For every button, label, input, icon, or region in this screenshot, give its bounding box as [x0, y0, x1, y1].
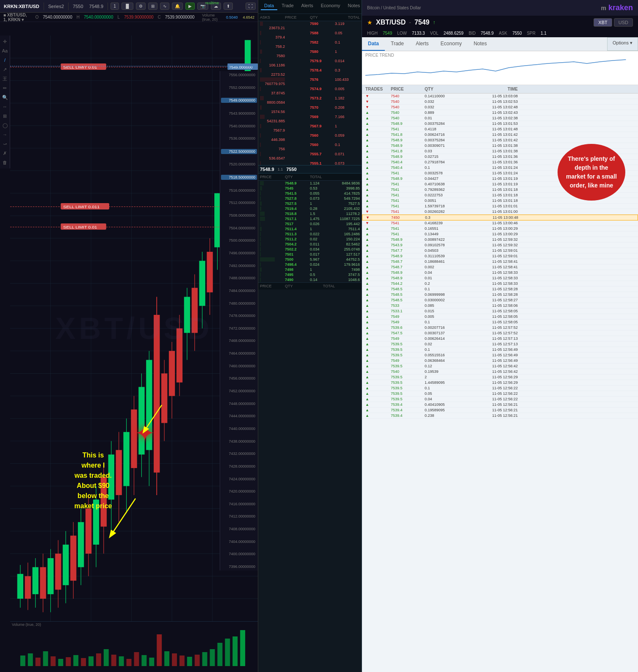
text-tool[interactable]: Aa	[1, 47, 9, 55]
trade-time-8: 11-05 13:01:42	[475, 138, 518, 142]
buy-btn[interactable]: ▶	[185, 3, 195, 10]
trash-tool[interactable]: 🗑	[1, 158, 9, 167]
interval-btn[interactable]: 1	[110, 3, 119, 10]
trade-extra-30	[450, 259, 475, 264]
pl-31: 7432.00000000	[221, 452, 257, 456]
publish-btn[interactable]: ⬆	[224, 3, 233, 10]
trade-price-47: 7539.5	[391, 353, 425, 357]
compare-btn[interactable]: ⊞	[148, 3, 157, 10]
ob-tabs: Data Trade Alerts Economy Notes	[261, 2, 359, 10]
svg-rect-89	[25, 576, 31, 599]
kraken-tab-alerts[interactable]: Alerts	[410, 37, 435, 51]
trade-row-20: ▲75411.5973971811-05 13:01:01	[362, 204, 638, 209]
shape-tool[interactable]: ◯	[1, 121, 9, 129]
trade-qty-48: 0.06368464	[425, 358, 450, 363]
kraken-star-icon[interactable]: ★	[367, 19, 373, 26]
usd-btn[interactable]: USD	[614, 18, 633, 27]
pl-20: 7478.00000000	[221, 314, 257, 318]
svg-rect-85	[40, 567, 46, 599]
trade-row-24: ▲75410.1655111-05 13:00:29	[362, 226, 638, 231]
trade-row-34: ▲7544.20.211-05 12:58:33	[362, 281, 638, 286]
svg-rect-124	[119, 656, 124, 666]
xbt-btn[interactable]: XBT	[594, 18, 612, 27]
kraken-tab-notes[interactable]: Notes	[468, 37, 493, 51]
kraken-tab-trade[interactable]: Trade	[385, 37, 410, 51]
trade-time-25: 11-05 13:00:29	[475, 232, 518, 236]
ohlc-l-label: L	[118, 15, 120, 19]
kraken-options-btn[interactable]: Options ▾	[607, 37, 638, 51]
low-val: 7133.3	[412, 31, 425, 36]
trade-qty-28: 0.04503	[425, 248, 450, 253]
svg-rect-139	[232, 636, 238, 666]
trade-extra-58	[450, 413, 475, 418]
chart-series[interactable]: Series2	[47, 3, 66, 10]
realtime-badge: realtime	[205, 1, 219, 5]
kraken-tab-economy[interactable]: Economy	[435, 37, 468, 51]
trade-dir-icon-26: ▲	[365, 237, 391, 242]
trade-extra-31	[450, 265, 475, 269]
ob-asks-list[interactable]: 7590 3.119 23673.21 7588 0.05 379.4 7582…	[258, 21, 362, 165]
pattern-tool[interactable]: ⊞	[1, 112, 9, 120]
trades-col-extra	[450, 87, 475, 91]
ob-col-qty-bid: QTY	[285, 175, 310, 179]
trade-dir-icon-55: ▲	[365, 397, 391, 401]
ob-tab-alerts[interactable]: Alerts	[298, 2, 317, 10]
bid-row-7500: 7500 5.967 44752.5	[258, 257, 362, 262]
trade-row-36: ▲7548.50.0699999811-05 12:58:28	[362, 292, 638, 297]
indicator-btn[interactable]: ∿	[160, 3, 169, 10]
chart-symbol[interactable]: KRKN:XBT/USD	[2, 3, 41, 10]
trades-col-type: TRADES	[365, 87, 391, 91]
trade-extra-12	[450, 160, 475, 164]
trade-qty-20: 1.59739718	[425, 204, 450, 208]
trade-qty-0: 0.14110000	[425, 94, 450, 98]
draw-line-tool[interactable]: /	[1, 56, 9, 64]
kraken-title-bar: ★ XBT/USD - 7549 ↑ XBT USD	[362, 16, 638, 29]
trade-row-32: ▲7548.90.0411-05 12:58:33	[362, 270, 638, 275]
ob-tab-data[interactable]: Data	[261, 2, 277, 10]
measure-tool[interactable]: ↔	[1, 102, 9, 111]
eraser-tool[interactable]: ✗	[1, 149, 9, 157]
magnify-tool[interactable]: 🔍	[1, 93, 9, 102]
pl-8: 7520.00000000	[221, 162, 257, 166]
trade-row-45: ▲7539.50.0211-05 12:57:13	[362, 342, 638, 347]
trade-time-47: 11-05 12:56:49	[475, 353, 518, 357]
trade-price-37: 7548.5	[391, 298, 425, 302]
draw-ray-tool[interactable]: ↗	[1, 65, 9, 74]
trade-qty-35: 0.1	[425, 287, 450, 291]
path-tool[interactable]: ⤻	[1, 140, 9, 148]
trade-extra-11	[450, 154, 475, 159]
trade-dir-icon-24: ▲	[365, 226, 391, 231]
trade-dir-icon-49: ▲	[365, 364, 391, 368]
trade-dir-icon-6: ▲	[365, 127, 391, 131]
svg-rect-43	[199, 261, 205, 306]
chart-settings-btn[interactable]: ⚙	[136, 3, 146, 10]
volume-label: Volume (true, 20)	[202, 13, 220, 22]
alert-btn[interactable]: 🔔	[172, 3, 183, 10]
trade-time-38: 11-05 12:58:06	[475, 303, 518, 308]
pl-2: 7552.00000000	[221, 85, 257, 90]
trade-qty-43: 0.00307137	[425, 331, 450, 335]
brush-tool[interactable]: ✏	[1, 84, 9, 92]
trade-extra-41	[450, 320, 475, 324]
cursor-tool[interactable]: ✛	[1, 37, 9, 46]
pl-11: 7512.00000000	[221, 201, 257, 205]
pl-30: 7438.00000000	[221, 439, 257, 443]
trade-price-57: 7539.4	[391, 408, 425, 412]
trade-row-40: ▲75490.00511-05 12:58:05	[362, 314, 638, 319]
kraken-price: 7549	[414, 19, 430, 26]
fullscreen-btn[interactable]: ⛶	[246, 3, 256, 10]
kraken-tab-data[interactable]: Data	[362, 37, 385, 51]
ob-tab-notes[interactable]: Notes	[345, 2, 364, 10]
fibonacci-tool[interactable]: 王	[1, 74, 9, 83]
ob-tab-trade[interactable]: Trade	[278, 2, 297, 10]
trade-qty-52: 1.44589095	[425, 380, 450, 385]
main-chart-area[interactable]: XBT/USD	[10, 36, 258, 621]
ob-bids-list[interactable]: PRICE QTY TOTAL 7548.9 1.124 8484.9836 7…	[258, 174, 362, 672]
trade-price-19: 7541	[391, 198, 425, 203]
arrow-tool[interactable]: →	[1, 130, 9, 139]
ask-row-7574: 7574.9 0.005 37.8745	[258, 86, 362, 96]
ob-tab-economy[interactable]: Economy	[318, 2, 344, 10]
candle-type-btn[interactable]: ▐▌	[122, 3, 133, 10]
trade-time-15: 11-05 13:01:19	[475, 176, 518, 181]
trade-dir-icon-43: ▲	[365, 331, 391, 335]
